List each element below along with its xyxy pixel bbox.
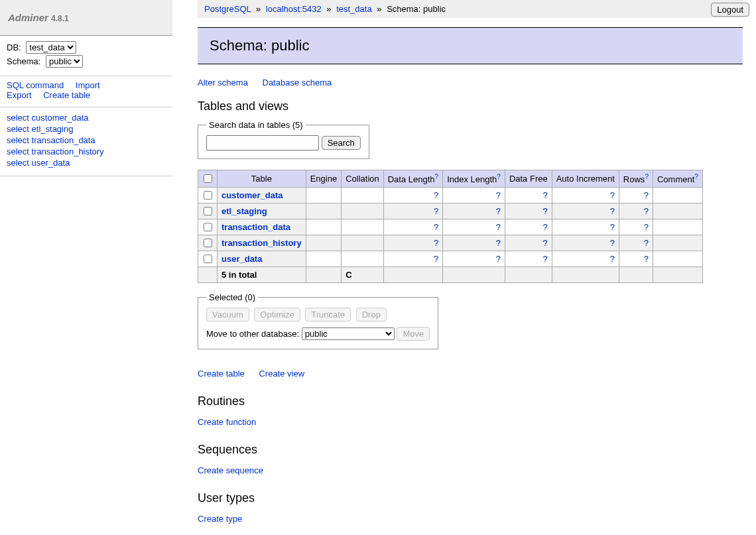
index-length-link[interactable]: ?: [496, 238, 501, 248]
db-select[interactable]: test_data: [26, 41, 76, 54]
data-free-link[interactable]: ?: [542, 206, 547, 216]
col-auto-increment[interactable]: Auto Increment: [552, 170, 619, 188]
auto-increment-link[interactable]: ?: [610, 254, 615, 264]
table-name-link[interactable]: transaction_history: [221, 238, 302, 248]
data-free-link[interactable]: ?: [542, 222, 547, 232]
sidebar-table-link[interactable]: select transaction_data: [7, 135, 166, 145]
row-checkbox[interactable]: [204, 239, 212, 247]
rows-link[interactable]: ?: [644, 238, 649, 248]
index-length-link[interactable]: ?: [496, 254, 501, 264]
rows-link[interactable]: ?: [644, 222, 649, 232]
routines-heading: Routines: [198, 394, 743, 408]
table-row: customer_data?????: [198, 188, 703, 204]
logout-button[interactable]: Logout: [711, 3, 749, 17]
import-link[interactable]: Import: [76, 80, 100, 90]
search-legend: Search data in tables (5): [206, 120, 306, 130]
index-length-link[interactable]: ?: [496, 222, 501, 232]
sidebar-table-link[interactable]: select user_data: [7, 158, 166, 168]
sidebar-tables: select customer_data select etl_staging …: [0, 107, 172, 176]
footer-collation: C: [342, 267, 384, 283]
table-row: transaction_history?????: [198, 235, 703, 251]
rows-link[interactable]: ?: [644, 190, 649, 200]
table-name-link[interactable]: customer_data: [221, 190, 283, 200]
create-view-link[interactable]: Create view: [259, 369, 304, 379]
create-type-link[interactable]: Create type: [198, 514, 242, 524]
create-table-link[interactable]: Create table: [198, 369, 245, 379]
breadcrumb-database[interactable]: test_data: [336, 4, 372, 14]
schema-label: Schema:: [7, 56, 40, 66]
select-all-checkbox[interactable]: [204, 174, 212, 183]
create-table-sidebar-link[interactable]: Create table: [43, 90, 90, 100]
database-schema-link[interactable]: Database schema: [263, 78, 332, 88]
index-length-link[interactable]: ?: [496, 206, 501, 216]
auto-increment-link[interactable]: ?: [610, 190, 615, 200]
tables-table: Table Engine Collation Data Length? Inde…: [198, 170, 703, 283]
sidebar-table-link[interactable]: select etl_staging: [7, 124, 166, 134]
optimize-button[interactable]: [254, 308, 300, 322]
row-checkbox[interactable]: [204, 255, 212, 263]
sidebar-table-link[interactable]: select customer_data: [7, 113, 166, 123]
breadcrumb-current: Schema: public: [387, 4, 446, 14]
data-length-link[interactable]: ?: [434, 190, 438, 200]
data-length-link[interactable]: ?: [434, 222, 438, 232]
user-types-heading: User types: [198, 491, 743, 505]
row-checkbox[interactable]: [204, 191, 212, 200]
table-row: etl_staging?????: [198, 204, 703, 219]
drop-button[interactable]: [356, 308, 387, 322]
search-input[interactable]: [206, 135, 319, 150]
move-button[interactable]: [397, 327, 430, 341]
search-fieldset: Search data in tables (5): [198, 120, 369, 159]
brand-name: Adminer: [8, 12, 48, 23]
table-name-link[interactable]: transaction_data: [221, 222, 290, 232]
breadcrumb-driver[interactable]: PostgreSQL: [204, 4, 251, 14]
breadcrumb-server[interactable]: localhost:5432: [266, 4, 322, 14]
vacuum-button[interactable]: [206, 308, 249, 322]
schema-select[interactable]: public: [46, 55, 83, 68]
col-rows[interactable]: Rows?: [619, 170, 653, 188]
sidebar: Adminer 4.8.1 DB: test_data Schema: publ…: [0, 0, 172, 176]
col-comment[interactable]: Comment?: [653, 170, 702, 188]
data-free-link[interactable]: ?: [542, 238, 547, 248]
sidebar-table-link[interactable]: select transaction_history: [7, 147, 166, 156]
index-length-link[interactable]: ?: [496, 190, 501, 200]
sequences-heading: Sequences: [198, 443, 743, 457]
export-link[interactable]: Export: [7, 90, 32, 100]
data-length-link[interactable]: ?: [434, 238, 438, 248]
sql-command-link[interactable]: SQL command: [7, 80, 64, 90]
tables-heading: Tables and views: [198, 99, 743, 113]
move-label: Move to other database:: [206, 329, 299, 339]
col-table[interactable]: Table: [218, 170, 306, 188]
db-label: DB:: [7, 42, 21, 52]
auto-increment-link[interactable]: ?: [610, 238, 615, 248]
row-checkbox[interactable]: [204, 207, 212, 215]
rows-link[interactable]: ?: [644, 254, 649, 264]
col-data-length[interactable]: Data Length?: [383, 170, 442, 188]
data-length-link[interactable]: ?: [434, 254, 438, 264]
breadcrumb: PostgreSQL » localhost:5432 » test_data …: [198, 0, 743, 18]
move-target-select[interactable]: public: [302, 327, 395, 340]
auto-increment-link[interactable]: ?: [610, 222, 615, 232]
brand-version: 4.8.1: [51, 14, 69, 23]
page-title: Schema: public: [198, 27, 743, 64]
data-free-link[interactable]: ?: [542, 190, 547, 200]
table-name-link[interactable]: user_data: [221, 254, 262, 264]
data-free-link[interactable]: ?: [542, 254, 547, 264]
create-sequence-link[interactable]: Create sequence: [198, 465, 263, 475]
col-index-length[interactable]: Index Length?: [443, 170, 505, 188]
search-button[interactable]: [322, 136, 361, 150]
data-length-link[interactable]: ?: [434, 206, 438, 216]
brand: Adminer 4.8.1: [0, 0, 172, 36]
create-function-link[interactable]: Create function: [198, 417, 256, 427]
table-name-link[interactable]: etl_staging: [221, 206, 267, 216]
row-checkbox[interactable]: [204, 223, 212, 231]
table-row: user_data?????: [198, 251, 703, 267]
col-engine[interactable]: Engine: [306, 170, 341, 188]
col-collation[interactable]: Collation: [342, 170, 384, 188]
footer-total: 5 in total: [218, 267, 306, 283]
alter-schema-link[interactable]: Alter schema: [198, 78, 248, 88]
truncate-button[interactable]: [305, 308, 351, 322]
auto-increment-link[interactable]: ?: [610, 206, 615, 216]
col-data-free[interactable]: Data Free: [505, 170, 552, 188]
rows-link[interactable]: ?: [644, 206, 649, 216]
selected-fieldset: Selected (0) Move to other database: pub…: [198, 292, 438, 349]
